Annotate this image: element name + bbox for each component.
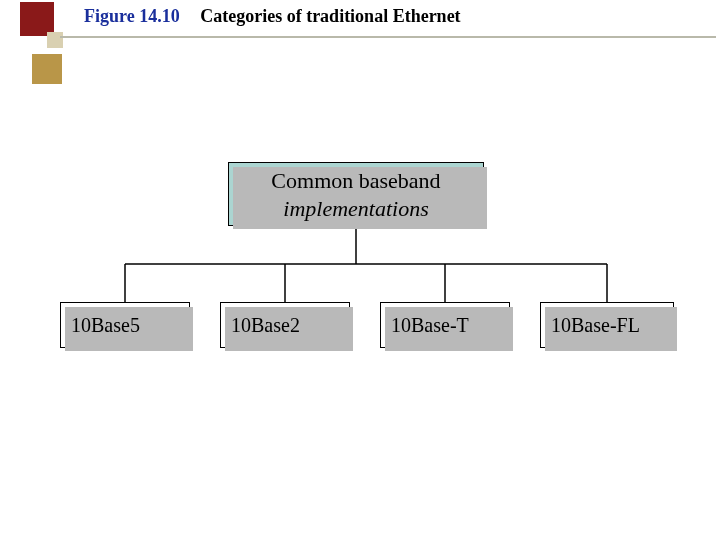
- slide: Figure 14.10 Categories of traditional E…: [0, 0, 720, 540]
- diagram: Common baseband implementations 10Base5 …: [0, 0, 720, 540]
- child-10base5: 10Base5: [60, 302, 190, 348]
- child-10base2: 10Base2: [220, 302, 350, 348]
- root-line2: implementations: [229, 195, 483, 223]
- child-10basefl: 10Base-FL: [540, 302, 674, 348]
- child-10baset: 10Base-T: [380, 302, 510, 348]
- root-node: Common baseband implementations: [228, 162, 484, 226]
- tree-connectors: [0, 0, 720, 540]
- root-line1: Common baseband: [229, 167, 483, 195]
